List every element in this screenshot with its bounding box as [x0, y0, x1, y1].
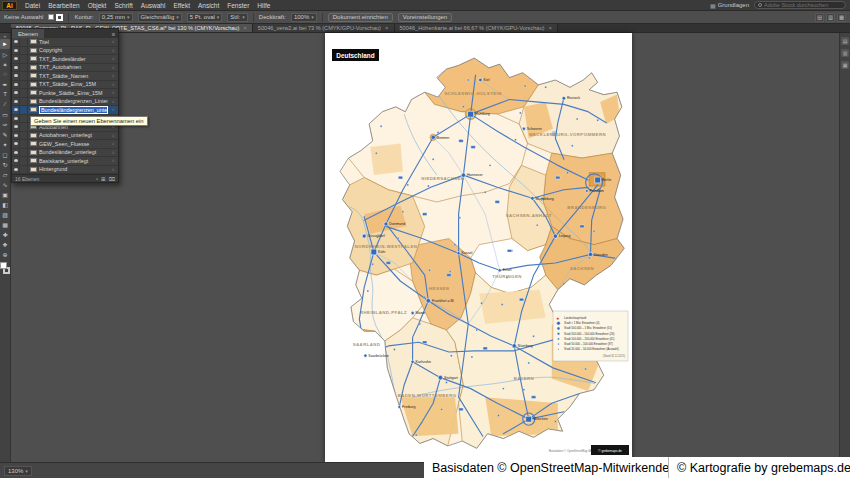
search-input[interactable]	[764, 2, 842, 8]
layer-row[interactable]: TXT_Städte_Namen○	[12, 72, 118, 81]
layer-row[interactable]: TXT_Autobahnen○	[12, 64, 118, 73]
stock-search-box[interactable]	[754, 1, 846, 9]
layer-name[interactable]: Bundesländer_unterlegt	[39, 149, 108, 155]
visibility-eye-icon[interactable]	[12, 81, 20, 89]
menu-auswahl[interactable]: Auswahl	[137, 2, 170, 9]
workspace-switcher[interactable]: ▦ Grundlagen	[710, 2, 749, 9]
layer-name[interactable]: Bundesländergrenzen_Linien	[39, 98, 108, 104]
fill-swatch[interactable]	[48, 14, 54, 20]
layer-row[interactable]: TXT_Bundesländer○	[12, 55, 118, 64]
layer-name[interactable]: Basiskarte_unterlegt	[39, 158, 108, 164]
lock-cell[interactable]	[22, 132, 28, 140]
layer-row[interactable]: Hintergrund○	[12, 166, 118, 175]
layer-name[interactable]: TXT_Bundesländer	[39, 56, 108, 62]
layer-target-icon[interactable]: ○	[110, 150, 116, 155]
panel-menu-icon[interactable]: ≡	[109, 29, 118, 38]
layer-target-icon[interactable]: ○	[110, 48, 116, 53]
fill-swatch[interactable]	[0, 262, 7, 269]
layer-target-icon[interactable]: ○	[110, 133, 116, 138]
width-profile-select[interactable]: Gleichmäßig ▾	[138, 13, 182, 22]
visibility-eye-icon[interactable]	[12, 55, 20, 63]
tool-mesh[interactable]: ▦	[0, 219, 10, 229]
lock-cell[interactable]	[22, 81, 28, 89]
layer-target-icon[interactable]: ○	[110, 167, 116, 172]
layer-name[interactable]: Punkte_Städte_Einw_15M	[39, 90, 108, 96]
preferences-button[interactable]: Voreinstellungen	[398, 13, 452, 22]
layer-name[interactable]: Titel	[39, 39, 108, 45]
menu-objekt[interactable]: Objekt	[84, 2, 111, 9]
lock-cell[interactable]	[22, 38, 28, 46]
tool-pen[interactable]: ✒	[0, 79, 10, 89]
layer-row[interactable]: Basiskarte_unterlegt○	[12, 157, 118, 166]
document-tab[interactable]: 50046_Höhenkarte.ai bei 66,67 % (CMYK/GP…	[395, 24, 558, 32]
layer-target-icon[interactable]: ○	[110, 65, 116, 70]
menu-schrift[interactable]: Schrift	[110, 2, 136, 9]
visibility-eye-icon[interactable]	[12, 47, 20, 55]
layer-row[interactable]: Bundesländer_unterlegt○	[12, 149, 118, 158]
tool-zoom[interactable]: ⊕	[0, 249, 10, 259]
swatches-panel-icon[interactable]: ▥	[841, 49, 849, 57]
menu-effekt[interactable]: Effekt	[169, 2, 194, 9]
layer-row[interactable]: Punkte_Städte_Einw_15M○	[12, 89, 118, 98]
tool-scale[interactable]: ▱	[0, 169, 10, 179]
visibility-eye-icon[interactable]	[12, 106, 20, 114]
layer-name[interactable]: GEW_Seen_Fluesse	[39, 141, 108, 147]
tool-width[interactable]: ∿	[0, 179, 10, 189]
menu-hilfe[interactable]: Hilfe	[253, 2, 274, 9]
visibility-eye-icon[interactable]	[12, 166, 20, 174]
make-mask-icon[interactable]: ▫	[96, 176, 98, 182]
style-select[interactable]: Stil: ▾	[227, 13, 248, 22]
layer-target-icon[interactable]: ○	[110, 82, 116, 87]
visibility-eye-icon[interactable]	[12, 132, 20, 140]
layer-target-icon[interactable]: ○	[110, 107, 116, 112]
tool-rotate[interactable]: ↻	[0, 159, 10, 169]
tool-magic-wand[interactable]: ✶	[0, 59, 10, 69]
layer-target-icon[interactable]: ○	[110, 39, 116, 44]
tool-selection[interactable]: ►	[0, 39, 10, 49]
document-tab[interactable]: 50046_verw2.ai bei 73 % (CMYK/GPU-Vorsch…	[253, 24, 395, 32]
lock-cell[interactable]	[22, 149, 28, 157]
lock-cell[interactable]	[22, 89, 28, 97]
visibility-eye-icon[interactable]	[12, 64, 20, 72]
stroke-swatch[interactable]	[56, 14, 63, 21]
lock-cell[interactable]	[22, 157, 28, 165]
brush-select[interactable]: 5 Pt. oval ▾	[187, 13, 223, 22]
stroke-width-select[interactable]: 0,25 mm ▾	[99, 13, 133, 22]
color-panel-icon[interactable]: ▤	[841, 37, 849, 45]
tool-lasso[interactable]: ◌	[0, 69, 10, 79]
menu-ansicht[interactable]: Ansicht	[194, 2, 223, 9]
menu-fenster[interactable]: Fenster	[223, 2, 253, 9]
layer-target-icon[interactable]: ○	[110, 73, 116, 78]
close-icon[interactable]: ×	[243, 25, 247, 31]
tool-type[interactable]: T	[0, 89, 10, 99]
tool-free-transform[interactable]: ▣	[0, 189, 10, 199]
tool-gradient[interactable]: ▨	[0, 209, 10, 219]
fill-stroke-indicator[interactable]	[0, 262, 10, 274]
layer-rename-input[interactable]: Bundesländergrenzen_unterlegt	[39, 106, 108, 114]
opacity-select[interactable]: 100% ▾	[291, 13, 317, 22]
visibility-eye-icon[interactable]	[12, 157, 20, 165]
lock-cell[interactable]	[22, 123, 28, 131]
layer-name[interactable]: Hintergrund	[39, 166, 108, 172]
visibility-eye-icon[interactable]	[12, 149, 20, 157]
layer-row[interactable]: Bundesländergrenzen_Linien○	[12, 98, 118, 107]
layer-row[interactable]: Autobahnen_unterlegt○	[12, 132, 118, 141]
layer-name[interactable]: Autobahnen_unterlegt	[39, 132, 108, 138]
tool-eraser[interactable]: ◻	[0, 149, 10, 159]
layer-row[interactable]: TXT_Städte_Einw_15M○	[12, 81, 118, 90]
visibility-eye-icon[interactable]	[12, 38, 20, 46]
tool-hand[interactable]: ❖	[0, 239, 10, 249]
align-icon[interactable]: ▤	[815, 13, 824, 22]
lock-cell[interactable]	[22, 47, 28, 55]
layer-row[interactable]: GEW_Seen_Fluesse○	[12, 140, 118, 149]
new-layer-icon[interactable]: ⊞	[101, 176, 106, 182]
tool-paintbrush[interactable]: ✑	[0, 119, 10, 129]
tool-line-segment[interactable]: ∕	[0, 99, 10, 109]
tool-shaper[interactable]: ✦	[0, 139, 10, 149]
tool-shape-builder[interactable]: ◧	[0, 199, 10, 209]
layer-target-icon[interactable]: ○	[110, 99, 116, 104]
lock-cell[interactable]	[22, 64, 28, 72]
tab-ebenen[interactable]: Ebenen	[12, 29, 44, 38]
layer-row[interactable]: Copyright○	[12, 47, 118, 56]
layer-row[interactable]: Bundesländergrenzen_unterlegt○	[12, 106, 118, 115]
